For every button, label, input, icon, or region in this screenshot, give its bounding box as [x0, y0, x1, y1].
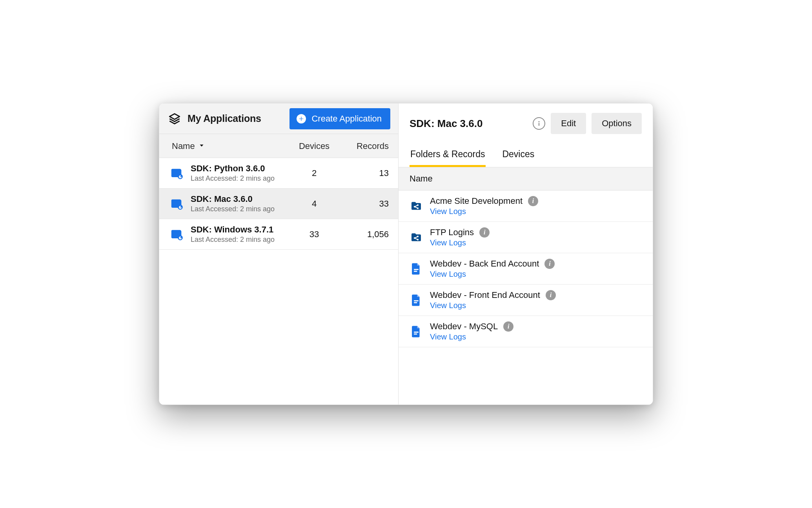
applications-title: My Applications — [188, 113, 283, 124]
view-logs-link[interactable]: View Logs — [430, 332, 513, 341]
svg-rect-15 — [414, 270, 417, 272]
info-icon[interactable]: i — [544, 259, 555, 269]
app-devices: 2 — [291, 168, 338, 178]
item-title: FTP Logins — [430, 227, 474, 238]
app-row[interactable]: SDK: Windows 3.7.1Last Accessed: 2 mins … — [159, 219, 398, 250]
app-row[interactable]: SDK: Python 3.6.0Last Accessed: 2 mins a… — [159, 158, 398, 189]
column-records[interactable]: Records — [338, 141, 389, 151]
app-row[interactable]: SDK: Mac 3.6.0Last Accessed: 2 mins ago4… — [159, 189, 398, 219]
app-subtext: Last Accessed: 2 mins ago — [191, 236, 291, 244]
svg-rect-16 — [414, 300, 419, 301]
info-icon[interactable] — [533, 117, 545, 130]
svg-point-6 — [539, 121, 540, 122]
item-row[interactable]: Webdev - MySQLiView Logs — [399, 316, 653, 347]
svg-rect-18 — [414, 332, 419, 333]
item-title: Webdev - MySQL — [430, 321, 498, 332]
tab[interactable]: Devices — [501, 143, 535, 167]
app-list-header: Name Devices Records — [159, 134, 398, 158]
item-body: Webdev - Front End AccountiView Logs — [430, 290, 556, 310]
applications-header: My Applications Create Application — [159, 103, 398, 134]
folder-share-icon — [410, 200, 423, 212]
item-body: Acme Site DevelopmentiView Logs — [430, 196, 538, 216]
file-icon — [410, 294, 423, 307]
column-devices[interactable]: Devices — [291, 141, 338, 151]
app-records: 13 — [338, 168, 389, 178]
app-icon — [169, 167, 185, 180]
options-button[interactable]: Options — [592, 113, 642, 134]
view-logs-link[interactable]: View Logs — [430, 301, 556, 310]
app-devices: 33 — [291, 229, 338, 239]
svg-rect-7 — [539, 123, 539, 126]
plus-icon — [297, 114, 306, 123]
app-meta: SDK: Windows 3.7.1Last Accessed: 2 mins … — [185, 225, 291, 244]
file-icon — [410, 325, 423, 338]
applications-pane: My Applications Create Application Name … — [159, 103, 399, 405]
app-meta: SDK: Mac 3.6.0Last Accessed: 2 mins ago — [185, 194, 291, 213]
sort-caret-icon — [198, 141, 205, 151]
info-icon[interactable]: i — [546, 290, 556, 300]
app-icon — [169, 197, 185, 210]
app-list: SDK: Python 3.6.0Last Accessed: 2 mins a… — [159, 158, 398, 250]
app-subtext: Last Accessed: 2 mins ago — [191, 205, 291, 213]
item-body: Webdev - MySQLiView Logs — [430, 321, 513, 341]
tabs: Folders & RecordsDevices — [399, 143, 653, 167]
item-body: Webdev - Back End AccountiView Logs — [430, 259, 555, 279]
item-row[interactable]: FTP LoginsiView Logs — [399, 222, 653, 253]
item-row[interactable]: Webdev - Front End AccountiView Logs — [399, 285, 653, 316]
info-icon[interactable]: i — [528, 196, 538, 206]
svg-rect-17 — [414, 302, 417, 303]
column-name[interactable]: Name — [172, 141, 291, 151]
svg-rect-14 — [414, 269, 419, 270]
column-name-label: Name — [172, 141, 195, 151]
app-icon — [169, 228, 185, 241]
item-title: Acme Site Development — [430, 196, 523, 206]
detail-pane: SDK: Mac 3.6.0 Edit Options Folders & Re… — [399, 103, 653, 405]
svg-point-3 — [180, 207, 181, 208]
folder-share-icon — [410, 231, 423, 244]
app-meta: SDK: Python 3.6.0Last Accessed: 2 mins a… — [185, 163, 291, 183]
view-logs-link[interactable]: View Logs — [430, 238, 490, 247]
svg-rect-19 — [414, 333, 417, 334]
tab[interactable]: Folders & Records — [410, 143, 486, 167]
create-application-label: Create Application — [311, 114, 382, 124]
view-logs-link[interactable]: View Logs — [430, 270, 555, 279]
detail-header: SDK: Mac 3.6.0 Edit Options — [399, 103, 653, 143]
info-icon[interactable]: i — [479, 227, 490, 238]
app-name: SDK: Windows 3.7.1 — [191, 225, 291, 235]
item-title: Webdev - Front End Account — [430, 290, 540, 300]
create-application-button[interactable]: Create Application — [289, 108, 390, 129]
brand-logo-icon — [168, 112, 181, 125]
app-subtext: Last Accessed: 2 mins ago — [191, 174, 291, 183]
item-list-header: Name — [399, 167, 653, 190]
app-records: 33 — [338, 199, 389, 209]
app-window: My Applications Create Application Name … — [159, 103, 653, 405]
file-icon — [410, 262, 423, 276]
item-row[interactable]: Acme Site DevelopmentiView Logs — [399, 190, 653, 222]
item-row[interactable]: Webdev - Back End AccountiView Logs — [399, 253, 653, 285]
edit-button[interactable]: Edit — [551, 113, 586, 134]
app-name: SDK: Python 3.6.0 — [191, 163, 291, 174]
item-title: Webdev - Back End Account — [430, 259, 539, 269]
app-devices: 4 — [291, 199, 338, 209]
info-icon[interactable]: i — [503, 321, 513, 332]
svg-point-1 — [180, 176, 181, 177]
app-records: 1,056 — [338, 229, 389, 239]
svg-point-5 — [180, 237, 181, 238]
item-list: Acme Site DevelopmentiView LogsFTP Login… — [399, 190, 653, 347]
item-body: FTP LoginsiView Logs — [430, 227, 490, 247]
view-logs-link[interactable]: View Logs — [430, 207, 538, 216]
detail-title: SDK: Mac 3.6.0 — [410, 118, 527, 130]
app-name: SDK: Mac 3.6.0 — [191, 194, 291, 204]
